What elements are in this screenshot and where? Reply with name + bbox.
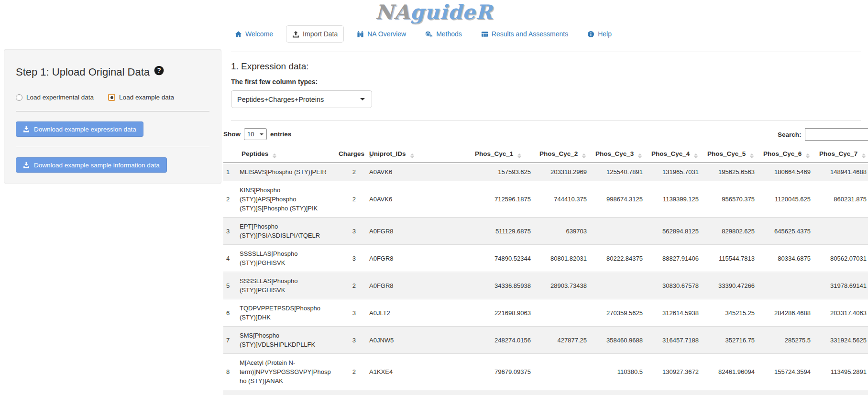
divider (16, 147, 209, 147)
divider (16, 111, 209, 111)
table-cell-val: 358460.9688 (592, 327, 648, 354)
table-cell-val: 562894.8125 (648, 218, 703, 245)
column-header-phos_cyc_6[interactable]: Phos_Cyc_6 (759, 146, 815, 163)
column-types-select[interactable]: Peptides+Charges+Proteins (231, 90, 372, 108)
column-header-phos_cyc_7[interactable]: Phos_Cyc_7 (815, 146, 868, 163)
column-header-label: Phos_Cyc_1 (475, 150, 513, 157)
table-cell-val: 203317.4063 (815, 299, 868, 327)
table-cell-val: 80222.84375 (592, 245, 648, 272)
table-cell-val: 345215.25 (703, 299, 759, 327)
table-cell-val: 1120045.625 (759, 181, 815, 218)
table-cell-val: 221698.9063 (471, 299, 536, 327)
table-cell-val: 639703 (536, 218, 592, 245)
table-cell-val: 248274.0156 (471, 327, 536, 354)
tab-methods[interactable]: Methods (419, 25, 468, 43)
table-cell-val (592, 218, 648, 245)
column-header-charges[interactable]: Charges (335, 146, 365, 163)
table-row[interactable]: 6TQDPVPPETPSDS[Phospho (STY)]DHK3A0JLT22… (223, 299, 868, 327)
table-cell-val (815, 218, 868, 245)
sort-arrows-icon (694, 154, 698, 158)
binoculars-icon (357, 31, 364, 38)
table-row[interactable] (223, 390, 868, 395)
table-row[interactable]: 5SSSSLLAS[Phospho (STY)]PGHISVK2A0FGR834… (223, 272, 868, 299)
column-header-uniprot_ids[interactable]: Uniprot_IDs (365, 146, 471, 163)
radio-selected-load-example-data[interactable] (108, 94, 115, 101)
logo-na: NA (375, 0, 410, 24)
table-cell-val (592, 272, 648, 299)
table-row[interactable]: 4SSSSLLAS[Phospho (STY)]PGHISVK3A0FGR874… (223, 245, 868, 272)
table-cell-rownum: 2 (223, 181, 238, 218)
table-cell-val: 110380.5 (592, 354, 648, 390)
table-cell-rownum: 6 (223, 299, 238, 327)
download-sample-info-label: Download example sample information data (34, 162, 160, 169)
table-cell-rownum: 1 (223, 163, 238, 181)
table-cell-peptide: EPT[Phospho (STY)]PSIASDISLPIATQELR (238, 218, 335, 245)
table-row[interactable]: 8M[Acetyl (Protein N-term)]NPVYSPGSSGVPY… (223, 354, 868, 390)
tab-results-and-assessments[interactable]: Results and Assessments (475, 25, 574, 43)
table-cell-val: 956570.375 (703, 181, 759, 218)
column-header-label: Phos_Cyc_7 (819, 150, 857, 157)
chevron-down-icon (260, 133, 264, 135)
table-cell-val: 270359.5625 (592, 299, 648, 327)
table-cell-val: 195625.6563 (703, 163, 759, 181)
table-row[interactable]: 1MLISAVS[Phospho (STY)]PEIR2A0AVK6157593… (223, 163, 868, 181)
sort-arrows-icon (638, 154, 642, 158)
table-search-control: Search: (778, 128, 868, 141)
column-header-rownum[interactable] (223, 146, 238, 163)
table-cell-val: 34336.85938 (471, 272, 536, 299)
tab-label: Welcome (245, 30, 273, 38)
tab-label: Results and Assessments (492, 30, 568, 38)
column-header-label: Phos_Cyc_2 (539, 150, 578, 157)
column-header-phos_cyc_1[interactable]: Phos_Cyc_1 (471, 146, 536, 163)
table-cell-peptide: SSSSLLAS[Phospho (STY)]PGHISVK (238, 272, 335, 299)
search-input[interactable] (805, 128, 868, 141)
table-cell-val: 28903.73438 (536, 272, 592, 299)
page-length-select[interactable]: 10 (244, 128, 267, 140)
table-cell-num (335, 390, 365, 395)
column-header-peptides[interactable]: Peptides (238, 146, 335, 163)
tab-welcome[interactable]: Welcome (229, 25, 279, 43)
download-icon (23, 126, 30, 132)
load-data-radio-group: Load experimental dataLoad example data (16, 94, 211, 101)
table-cell-peptide: KINS[Phospho (STY)]APS[Phospho (STY)]S[P… (238, 181, 335, 218)
gears-icon (425, 31, 433, 38)
table-cell-val: 712596.1875 (471, 181, 536, 218)
column-header-label: Phos_Cyc_6 (763, 150, 802, 157)
expression-data-table: PeptidesChargesUniprot_IDsPhos_Cyc_1Phos… (223, 146, 868, 395)
table-cell-num: 2 (335, 272, 365, 299)
table-cell-uniprot: A0AVK6 (365, 181, 471, 218)
table-cell-num: 2 (335, 354, 365, 390)
download-expression-button[interactable]: Download example expression data (16, 121, 143, 137)
download-expression-label: Download example expression data (34, 126, 136, 133)
sort-arrows-icon (273, 154, 276, 158)
search-label: Search: (778, 131, 802, 138)
download-sample-info-button[interactable]: Download example sample information data (16, 157, 167, 173)
table-cell-val: 285275.5 (759, 327, 815, 354)
sort-arrows-icon (410, 154, 414, 158)
table-cell-val (648, 390, 703, 395)
table-cell-val (592, 390, 648, 395)
divider (231, 121, 861, 121)
column-header-phos_cyc_2[interactable]: Phos_Cyc_2 (536, 146, 592, 163)
column-header-phos_cyc_5[interactable]: Phos_Cyc_5 (703, 146, 759, 163)
table-row[interactable]: 2KINS[Phospho (STY)]APS[Phospho (STY)]S[… (223, 181, 868, 218)
table-cell-val: 860231.875 (815, 181, 868, 218)
column-header-phos_cyc_3[interactable]: Phos_Cyc_3 (592, 146, 648, 163)
table-cell-num: 3 (335, 299, 365, 327)
column-header-phos_cyc_4[interactable]: Phos_Cyc_4 (648, 146, 703, 163)
table-cell-rownum (223, 390, 238, 395)
tab-import-data[interactable]: Import Data (286, 25, 344, 43)
tab-help[interactable]: Help (581, 25, 618, 43)
radio-load-experimental-data[interactable] (16, 94, 22, 101)
table-cell-val (703, 390, 759, 395)
question-icon[interactable]: ? (154, 66, 164, 78)
tab-na-overview[interactable]: NA Overview (351, 25, 412, 43)
table-cell-rownum: 8 (223, 354, 238, 390)
table-cell-rownum: 7 (223, 327, 238, 354)
column-header-label: Peptides (242, 150, 268, 157)
column-types-label: The first few column types: (231, 78, 318, 86)
sort-arrows-icon (517, 154, 521, 158)
table-cell-val: 155724.3594 (759, 354, 815, 390)
table-row[interactable]: 7SMS[Phospho (STY)]VDLSHIPLKDPLLFK3A0JNW… (223, 327, 868, 354)
table-row[interactable]: 3EPT[Phospho (STY)]PSIASDISLPIATQELR3A0F… (223, 218, 868, 245)
